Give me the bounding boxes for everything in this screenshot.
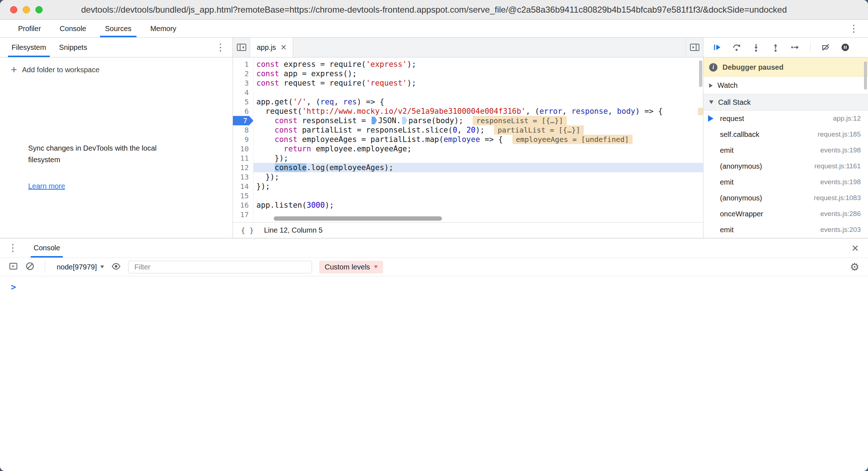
gutter-line-6[interactable]: 6	[233, 107, 253, 116]
code-line-11[interactable]: });	[253, 154, 703, 163]
editor-horizontal-scrollbar[interactable]	[253, 216, 698, 221]
gutter-line-17[interactable]: 17	[233, 210, 253, 219]
clear-console-icon[interactable]	[25, 262, 35, 272]
gutter-line-7[interactable]: 7	[233, 116, 253, 125]
editor-vertical-scrollbar[interactable]	[698, 57, 703, 215]
hide-navigator-icon[interactable]	[233, 38, 250, 57]
live-expression-eye-icon[interactable]	[111, 262, 121, 273]
call-stack-frame[interactable]: emitevents.js:198	[703, 142, 868, 158]
show-debugger-panel-icon[interactable]	[686, 38, 703, 57]
code-lines: const express = require('express');const…	[253, 57, 703, 222]
pretty-print-button[interactable]: { }	[241, 226, 254, 235]
gutter-line-16[interactable]: 16	[233, 200, 253, 210]
call-stack-frame[interactable]: (anonymous)request.js:1083	[703, 190, 868, 206]
debugger-scrollbar[interactable]	[864, 59, 868, 238]
code-line-4[interactable]	[253, 88, 703, 97]
sources-panel: Filesystem Snippets ⋮ + Add folder to wo…	[0, 38, 868, 238]
tab-console[interactable]: Console	[50, 20, 95, 37]
code-line-2[interactable]: const app = express();	[253, 69, 703, 78]
gutter-line-12[interactable]: 12	[233, 163, 253, 172]
gutter-line-11[interactable]: 11	[233, 154, 253, 163]
gutter-line-3[interactable]: 3	[233, 78, 253, 88]
gutter-line-9[interactable]: 9	[233, 135, 253, 144]
code-line-3[interactable]: const request = require('request');	[253, 78, 703, 88]
code-token: );	[407, 79, 416, 87]
log-levels-dropdown[interactable]: Custom levels	[319, 261, 383, 273]
minimize-window-button[interactable]	[23, 6, 30, 13]
tab-memory[interactable]: Memory	[141, 20, 186, 37]
editor-pane: app.js × 1234567891011121314151617 const…	[233, 38, 703, 238]
code-line-7[interactable]: const responseList = JSON.parse(body);re…	[253, 116, 703, 125]
gutter-line-4[interactable]: 4	[233, 88, 253, 97]
drawer-more-menu-icon[interactable]: ⋮	[8, 243, 18, 253]
call-stack-frame[interactable]: requestapp.js:12	[703, 111, 868, 126]
tab-snippets[interactable]: Snippets	[53, 38, 94, 57]
add-folder-button[interactable]: + Add folder to workspace	[11, 65, 233, 75]
tab-filesystem[interactable]: Filesystem	[5, 38, 53, 57]
gutter-line-5[interactable]: 5	[233, 97, 253, 107]
chevron-down-icon	[100, 265, 104, 268]
navigator-tabstrip: Filesystem Snippets ⋮	[0, 38, 233, 57]
step-over-button[interactable]	[729, 40, 744, 55]
code-line-12[interactable]: console.log(employeeAges);	[253, 163, 703, 172]
console-settings-gear-icon[interactable]: ⚙	[850, 262, 859, 272]
close-window-button[interactable]	[10, 6, 17, 13]
code-token: res	[343, 98, 357, 106]
vertical-scroll-thumb[interactable]	[699, 60, 702, 87]
step-button[interactable]	[788, 40, 802, 55]
gutter-line-1[interactable]: 1	[233, 60, 253, 69]
zoom-window-button[interactable]	[35, 6, 43, 13]
horizontal-scroll-thumb[interactable]	[274, 216, 442, 221]
code-line-13[interactable]: });	[253, 172, 703, 182]
resume-button[interactable]	[710, 40, 724, 55]
step-out-button[interactable]	[768, 40, 783, 55]
debugger-scroll-thumb[interactable]	[864, 61, 867, 90]
code-line-1[interactable]: const express = require('express');	[253, 60, 703, 69]
call-stack-section-header[interactable]: Call Stack	[703, 94, 868, 111]
code-token: req	[320, 98, 334, 106]
gutter-line-10[interactable]: 10	[233, 144, 253, 154]
deactivate-breakpoints-button[interactable]	[819, 40, 833, 55]
code-line-14[interactable]: });	[253, 182, 703, 191]
close-drawer-icon[interactable]: ×	[852, 242, 859, 254]
drawer-tab-console[interactable]: Console	[29, 238, 65, 258]
inline-breakpoint-marker-icon[interactable]	[402, 117, 407, 124]
console-sidebar-toggle-icon[interactable]	[9, 262, 18, 272]
gutter-line-8[interactable]: 8	[233, 125, 253, 135]
inline-breakpoint-marker-icon[interactable]	[372, 117, 377, 124]
navigator-more-menu-icon[interactable]: ⋮	[216, 43, 225, 52]
console-filter-input[interactable]	[128, 261, 312, 273]
gutter-line-14[interactable]: 14	[233, 182, 253, 191]
main-more-menu-icon[interactable]: ⋮	[849, 24, 859, 34]
code-line-16[interactable]: app.listen(3000);	[253, 200, 703, 210]
code-token: const	[275, 116, 302, 125]
console-prompt[interactable]: >	[0, 276, 868, 292]
code-line-9[interactable]: const employeeAges = partialList.map(emp…	[253, 135, 703, 144]
gutter-line-15[interactable]: 15	[233, 191, 253, 200]
code-line-15[interactable]	[253, 191, 703, 200]
code-editor[interactable]: 1234567891011121314151617 const express …	[233, 57, 703, 222]
watch-section-header[interactable]: Watch	[703, 77, 868, 94]
code-line-8[interactable]: const partialList = responseList.slice(0…	[253, 125, 703, 135]
console-messages-area[interactable]	[0, 292, 868, 471]
call-stack-frame[interactable]: (anonymous)request.js:1161	[703, 158, 868, 174]
pause-on-exceptions-button[interactable]	[838, 40, 852, 55]
code-line-10[interactable]: return employee.employeeAge;	[253, 144, 703, 154]
gutter-line-2[interactable]: 2	[233, 69, 253, 78]
tab-sources[interactable]: Sources	[96, 20, 141, 37]
code-token: ,	[457, 126, 466, 134]
call-stack-frame[interactable]: emitevents.js:203	[703, 222, 868, 238]
learn-more-link[interactable]: Learn more	[28, 182, 65, 190]
step-into-button[interactable]	[749, 40, 763, 55]
call-stack-frame[interactable]: emitevents.js:198	[703, 174, 868, 190]
tab-profiler[interactable]: Profiler	[9, 20, 50, 37]
code-line-6[interactable]: request('http://www.mocky.io/v2/5e1a9abe…	[253, 107, 703, 116]
execution-context-selector[interactable]: node[97979]	[57, 263, 104, 271]
window-title-url: devtools://devtools/bundled/js_app.html?…	[81, 5, 787, 15]
gutter-line-13[interactable]: 13	[233, 172, 253, 182]
file-tab-appjs[interactable]: app.js ×	[250, 38, 293, 57]
call-stack-frame[interactable]: onceWrapperevents.js:286	[703, 206, 868, 222]
code-line-5[interactable]: app.get('/', (req, res) => {	[253, 97, 703, 107]
call-stack-frame[interactable]: self.callbackrequest.js:185	[703, 126, 868, 142]
close-file-tab-icon[interactable]: ×	[281, 43, 286, 52]
